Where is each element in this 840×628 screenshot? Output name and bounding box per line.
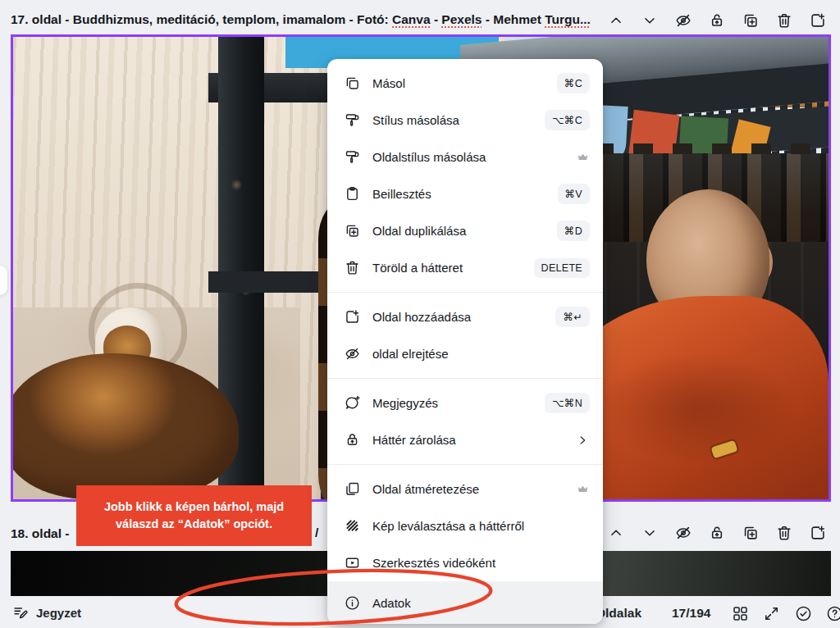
notes-icon xyxy=(11,603,30,621)
menu-item-label: Stílus másolása xyxy=(372,113,545,127)
shortcut-pill: ⌥⌘C xyxy=(545,110,590,130)
eye-off-button[interactable] xyxy=(673,523,693,543)
annotation-callout: Jobb klikk a képen bárhol, majd válaszd … xyxy=(76,485,312,546)
sidebar-toggle-handle[interactable] xyxy=(0,266,7,295)
add-page-icon xyxy=(342,308,362,325)
canva-editor: 17. oldal - Buddhizmus, meditáció, templ… xyxy=(0,0,840,628)
chevron-up-button[interactable] xyxy=(606,11,626,30)
chevron-down-button[interactable] xyxy=(640,523,660,543)
menu-item-szerkesztes-videokent[interactable]: Szerkesztés videóként xyxy=(327,544,603,581)
trash-icon xyxy=(775,524,793,542)
menu-item-beillesztes[interactable]: Beillesztés⌘V xyxy=(327,175,603,212)
annotation-line1: Jobb klikk a képen bárhol, majd xyxy=(76,498,312,516)
question-circle-icon xyxy=(825,604,840,623)
chevron-up-icon xyxy=(607,11,625,30)
menu-item-label: Beillesztés xyxy=(372,187,558,201)
menu-item-torold-a-hatteret[interactable]: Töröld a hátteretDELETE xyxy=(327,249,603,286)
question-circle-button[interactable] xyxy=(824,603,840,623)
menu-item-megjegyzes[interactable]: Megjegyzés⌥⌘N xyxy=(327,385,603,421)
menu-item-oldal-hozzaadasa[interactable]: Oldal hozzáadása⌘↵ xyxy=(327,298,603,335)
menu-item-label: Kép leválasztása a háttérről xyxy=(372,519,590,533)
trash-icon xyxy=(342,259,362,276)
shortcut-pill: ⌘C xyxy=(557,73,590,93)
page-indicator: 17/194 xyxy=(672,606,710,621)
shortcut-pill: DELETE xyxy=(534,258,590,278)
title-text: - Mehmet xyxy=(482,12,546,26)
title-text: 17. oldal - Buddhizmus, meditáció, templ… xyxy=(11,12,392,26)
menu-item-hatter-zarolasa[interactable]: Háttér zárolása xyxy=(327,421,603,458)
chevron-up-button[interactable] xyxy=(606,523,626,543)
comment-plus-icon xyxy=(342,394,362,412)
menu-item-label: Oldal átméretezése xyxy=(372,482,576,496)
page17-toolbar xyxy=(606,11,828,30)
menu-item-stilus-masolasa[interactable]: Stílus másolása⌥⌘C xyxy=(327,102,603,139)
title-text: - xyxy=(431,12,442,26)
menu-divider xyxy=(327,464,603,465)
menu-item-masol[interactable]: Másol⌘C xyxy=(327,65,603,102)
clipboard-icon xyxy=(342,185,362,203)
menu-item-label: Adatok xyxy=(372,596,590,610)
page18-toolbar xyxy=(606,523,828,543)
grid-button[interactable] xyxy=(730,603,750,623)
add-page-button[interactable] xyxy=(808,523,828,543)
menu-item-kep-levalasztasa-a-hatterrol[interactable]: Kép leválasztása a háttérről xyxy=(327,507,603,544)
menu-item-label: Szerkesztés videóként xyxy=(372,556,590,570)
menu-item-oldal-duplikalasa[interactable]: Oldal duplikálása⌘D xyxy=(327,212,603,249)
trash-button[interactable] xyxy=(774,523,794,543)
menu-item-label: Megjegyzés xyxy=(372,396,545,410)
chevron-up-icon xyxy=(607,524,625,542)
paint-roller-icon xyxy=(342,148,362,166)
info-icon xyxy=(342,594,362,612)
crown-icon xyxy=(576,482,590,496)
menu-item-adatok[interactable]: Adatok xyxy=(327,581,603,624)
duplicate-button[interactable] xyxy=(741,523,760,543)
eye-off-button[interactable] xyxy=(673,11,693,30)
menu-divider xyxy=(327,292,603,293)
chevron-down-icon xyxy=(641,524,659,542)
shortcut-pill: ⌘D xyxy=(557,221,590,241)
shortcut-pill: ⌘↵ xyxy=(555,307,590,327)
menu-item-label: Háttér zárolása xyxy=(372,433,575,447)
add-page-icon xyxy=(809,524,827,542)
expand-button[interactable] xyxy=(761,603,781,623)
page17-title: 17. oldal - Buddhizmus, meditáció, templ… xyxy=(11,12,591,27)
spellcheck-word: Canva xyxy=(392,12,431,26)
menu-item-oldalstilus-masolasa[interactable]: Oldalstílus másolása xyxy=(327,139,603,175)
unlock-icon xyxy=(708,524,726,542)
shortcut-pill: ⌘V xyxy=(558,184,590,204)
notes-label: Jegyzet xyxy=(36,606,81,620)
spellcheck-word: Pexels xyxy=(441,12,482,26)
hatch-icon xyxy=(342,517,362,535)
paint-roller-icon xyxy=(342,111,362,129)
page18-title-fragment: / xyxy=(315,526,318,540)
lock-icon xyxy=(342,431,362,448)
menu-item-label: Oldal duplikálása xyxy=(372,224,557,238)
add-page-icon xyxy=(809,11,827,30)
menu-divider xyxy=(327,378,603,379)
chevron-down-button[interactable] xyxy=(640,11,660,30)
check-circle-icon xyxy=(794,604,813,623)
notes-button[interactable]: Jegyzet xyxy=(11,603,81,621)
unlock-button[interactable] xyxy=(707,11,727,30)
add-page-button[interactable] xyxy=(808,11,828,30)
chevron-down-icon xyxy=(641,11,659,30)
eye-off-icon xyxy=(674,11,692,30)
menu-item-oldal-atmeretezese[interactable]: Oldal átméretezése xyxy=(327,471,603,507)
duplicate-button[interactable] xyxy=(741,11,760,30)
unlock-button[interactable] xyxy=(707,523,727,543)
trash-icon xyxy=(775,11,793,30)
chevron-right-icon xyxy=(575,433,590,448)
duplicate-icon xyxy=(742,11,760,30)
expand-icon xyxy=(762,604,781,623)
menu-item-oldal-elrejtese[interactable]: oldal elrejtése xyxy=(327,335,603,372)
menu-item-label: Töröld a hátteret xyxy=(372,261,534,275)
duplicate-icon xyxy=(342,222,362,239)
check-circle-button[interactable] xyxy=(793,603,813,623)
annotation-line2: válaszd az “Adatok” opciót. xyxy=(76,516,312,533)
menu-item-label: Oldalstílus másolása xyxy=(372,150,576,164)
trash-button[interactable] xyxy=(774,11,794,30)
shortcut-pill: ⌥⌘N xyxy=(545,393,590,413)
spellcheck-word: Turgu... xyxy=(545,12,591,26)
copy-icon xyxy=(342,75,362,92)
video-icon xyxy=(342,554,362,571)
